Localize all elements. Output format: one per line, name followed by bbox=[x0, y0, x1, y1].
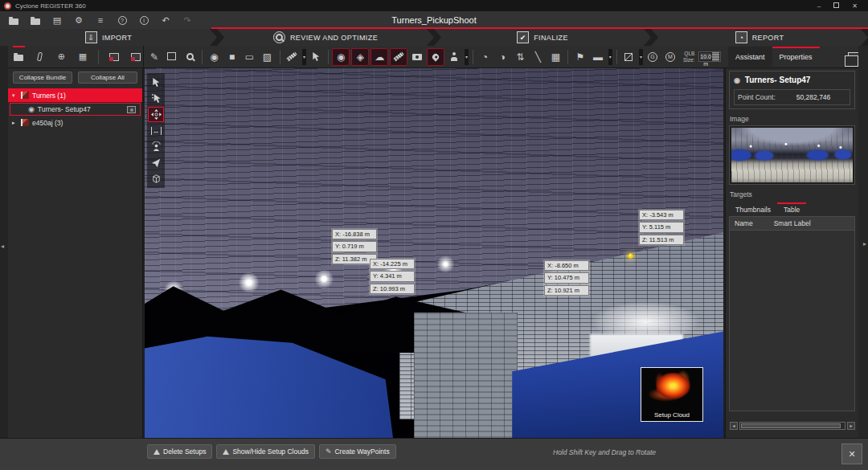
cloud-grid-icon[interactable]: ▦ bbox=[547, 48, 563, 66]
workflow-step-report[interactable]: ◔ REPORT bbox=[651, 29, 868, 46]
setup-image-icon[interactable] bbox=[127, 106, 136, 113]
collapse-bundle-button[interactable]: Collapse Bundle bbox=[13, 72, 72, 84]
collapse-right-panel-icon[interactable]: ▸ bbox=[863, 240, 866, 247]
create-waypoints-button[interactable]: ✎ Create WayPoints bbox=[319, 444, 396, 459]
redo-icon[interactable]: ↷ bbox=[182, 14, 193, 26]
attachments-tab-icon[interactable] bbox=[33, 46, 48, 68]
license-icon[interactable]: ▤ bbox=[51, 14, 63, 26]
setup-target-icon: ◉ bbox=[734, 76, 740, 84]
storage-icon[interactable]: ≡ bbox=[95, 14, 106, 26]
person-pin-icon[interactable] bbox=[446, 48, 462, 66]
ruler-dropdown-icon[interactable]: ▾ bbox=[302, 49, 306, 65]
workflow-step-review-and-optimize[interactable]: REVIEW AND OPTIMIZE bbox=[217, 29, 434, 46]
qlb-slider-handle[interactable] bbox=[712, 52, 719, 61]
collapse-all-button[interactable]: Collapse All bbox=[78, 72, 137, 84]
smart-pick-icon[interactable] bbox=[148, 91, 164, 106]
zoom-window-icon[interactable] bbox=[182, 48, 198, 66]
pan-icon[interactable] bbox=[148, 107, 164, 122]
workflow-step-finalize[interactable]: ✔ FINALIZE bbox=[434, 29, 651, 46]
show-hide-setup-clouds-button[interactable]: Show/Hide Setup Clouds bbox=[216, 444, 315, 459]
box-select-icon[interactable]: ■ bbox=[224, 48, 240, 66]
axes-icon[interactable]: ⇅ bbox=[512, 48, 528, 66]
measurement-label-4[interactable]: X: -8.650 m Y: 10.475 m Z: 10.921 m bbox=[544, 260, 589, 296]
panorama-icon[interactable]: ▭ bbox=[242, 48, 258, 66]
setup-cloud-image bbox=[641, 368, 702, 411]
m-circle-icon[interactable]: M bbox=[662, 48, 678, 66]
maximize-button[interactable] bbox=[833, 2, 839, 8]
tab-properties[interactable]: Properties bbox=[772, 47, 820, 67]
geotag-pin-icon[interactable] bbox=[427, 48, 444, 66]
g-circle-icon[interactable]: G bbox=[645, 48, 661, 66]
delete-setups-button[interactable]: Delete Setups bbox=[147, 444, 212, 459]
bundle-toggle-a-icon[interactable] bbox=[107, 46, 122, 68]
undo-icon[interactable]: ↶ bbox=[160, 14, 171, 26]
close-button[interactable]: ✕ bbox=[852, 2, 858, 10]
person-view-icon[interactable] bbox=[148, 139, 164, 154]
band-dropdown-icon[interactable]: ▾ bbox=[608, 49, 612, 65]
image-plane-icon[interactable]: ▨ bbox=[260, 48, 276, 66]
open-project-icon[interactable] bbox=[8, 14, 19, 26]
tag-icon[interactable]: ◈ bbox=[351, 48, 369, 66]
project-tab-icon[interactable] bbox=[11, 46, 27, 68]
chevron-down-icon[interactable]: ▾ bbox=[12, 92, 18, 99]
tree-item-e450aj-bundle[interactable]: ▸ e450aj (3) bbox=[8, 116, 142, 129]
eraser-icon[interactable]: ✎ bbox=[146, 48, 162, 66]
about-icon[interactable]: i bbox=[138, 14, 149, 26]
web-tab-icon[interactable]: ⊕ bbox=[54, 46, 69, 68]
tree-item-turners-bundle[interactable]: ▾ Turners (1) bbox=[8, 88, 142, 102]
flag-icon[interactable]: ⚑ bbox=[572, 48, 588, 66]
person-dropdown-icon[interactable]: ▾ bbox=[465, 49, 469, 65]
measurement-label-2[interactable]: X: -14.225 m Y: 4.341 m Z: 10.993 m bbox=[370, 259, 415, 294]
bundle-toggle-b-icon[interactable] bbox=[128, 46, 143, 68]
targets-table[interactable]: Name Smart Label bbox=[729, 216, 855, 411]
camera-icon[interactable] bbox=[409, 48, 425, 66]
tab-thumbnails[interactable]: Thumbnails bbox=[729, 202, 777, 216]
bundle-icon bbox=[21, 119, 29, 126]
ruler-icon[interactable] bbox=[284, 48, 300, 66]
scroll-right-icon[interactable]: ▸ bbox=[847, 422, 855, 430]
settings-icon[interactable]: ⚙ bbox=[73, 14, 84, 26]
scrollbar-track[interactable] bbox=[739, 422, 845, 430]
scrollbar-thumb[interactable] bbox=[741, 423, 841, 428]
copy-icon[interactable] bbox=[164, 48, 180, 66]
tab-table[interactable]: Table bbox=[777, 202, 806, 216]
measure-stick-icon[interactable] bbox=[390, 48, 407, 66]
qlb-size-label: QLB Size: bbox=[683, 51, 694, 63]
collapse-left-panel-icon[interactable]: ◂ bbox=[1, 243, 4, 250]
targets-table-scrollbar[interactable]: ◂ ▸ bbox=[730, 421, 855, 430]
cube-dropdown-icon[interactable]: ▾ bbox=[639, 49, 643, 65]
fly-icon[interactable] bbox=[148, 155, 164, 170]
help-icon[interactable]: ? bbox=[117, 14, 128, 26]
setup-image-frame[interactable] bbox=[729, 125, 855, 185]
project-tree-panel: Collapse Bundle Collapse All ▾ Turners (… bbox=[8, 68, 143, 438]
import-folder-icon[interactable] bbox=[30, 14, 41, 26]
cloud-icon[interactable]: ☁ bbox=[371, 48, 388, 66]
color-setups-icon[interactable]: ◉ bbox=[207, 48, 223, 66]
cube-view-icon[interactable] bbox=[148, 171, 164, 186]
workflow-step-import[interactable]: ⇩ IMPORT bbox=[0, 29, 217, 46]
pencil-icon: ✎ bbox=[326, 448, 332, 456]
point-count-value: 50,282,746 bbox=[796, 93, 831, 101]
band-icon[interactable]: ▬ bbox=[590, 48, 606, 66]
minimize-button[interactable]: – bbox=[817, 2, 821, 10]
cube-icon[interactable] bbox=[620, 48, 637, 66]
target-icon[interactable]: ◉ bbox=[332, 48, 350, 66]
setup-cloud-thumbnail[interactable]: Setup Cloud bbox=[641, 367, 703, 422]
tab-assistant[interactable]: Assistant bbox=[728, 47, 772, 67]
select-cursor-icon[interactable] bbox=[148, 75, 164, 90]
media-tab-icon[interactable]: ▦ bbox=[76, 46, 91, 68]
column-smart-label: Smart Label bbox=[774, 219, 811, 227]
deselect-cursor-icon[interactable] bbox=[308, 48, 324, 66]
pointcloud-viewport[interactable]: ↔ X: -16.838 m Y: 0.719 m Z: 11.382 m X:… bbox=[145, 68, 723, 438]
scroll-left-icon[interactable]: ◂ bbox=[730, 422, 738, 430]
globe-edit-icon[interactable]: ◑ bbox=[494, 48, 510, 66]
globe-link-icon[interactable]: ◔ bbox=[477, 48, 493, 66]
close-view-button[interactable]: ✕ bbox=[841, 443, 862, 464]
measurement-label-3[interactable]: X: -3.543 m Y: 5.115 m Z: 11.513 m bbox=[639, 210, 684, 245]
qlb-size-slider[interactable]: 10.0 m bbox=[698, 51, 721, 62]
chevron-right-icon[interactable]: ▸ bbox=[12, 120, 18, 126]
horizontal-measure-icon[interactable]: ↔ bbox=[148, 123, 164, 138]
slash-line-icon[interactable]: ╲ bbox=[530, 48, 546, 66]
rotate-hint-text: Hold Shift Key and Drag to Rotate bbox=[553, 448, 656, 456]
tree-item-turners-setup47[interactable]: ◉ Turners- Setup47 bbox=[10, 103, 141, 116]
